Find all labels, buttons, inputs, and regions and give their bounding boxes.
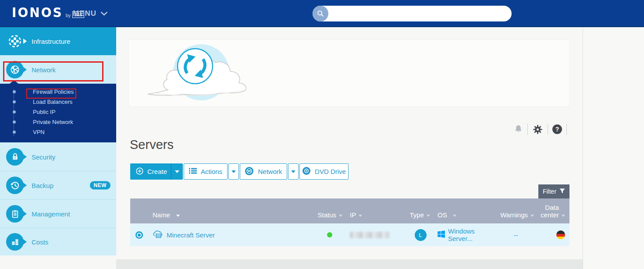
submenu-item-label: Firewall Policies [33, 88, 74, 95]
ip-redacted-blur [350, 232, 389, 238]
sidebar-item-backup[interactable]: Backup NEW [0, 171, 116, 199]
submenu-item-label: VPN [33, 129, 45, 135]
sort-caret-icon [562, 215, 565, 217]
column-label: OS [438, 211, 447, 219]
settings-gear-icon[interactable] [532, 124, 543, 135]
sidebar-item-security[interactable]: Security [0, 142, 116, 171]
network-icon [6, 61, 24, 78]
footer-strip [116, 259, 583, 269]
sort-caret-icon [427, 215, 430, 217]
filter-button[interactable]: Filter [538, 184, 569, 198]
dvd-disc-icon [302, 166, 311, 177]
column-label: IP [350, 211, 356, 219]
create-button[interactable]: Create [130, 163, 183, 180]
sidebar-item-network[interactable]: Network [0, 55, 116, 84]
logo-by-text: by [66, 13, 71, 18]
create-button-label: Create [147, 168, 167, 175]
bullet-icon [13, 120, 16, 124]
table-row-minecraft-server[interactable]: Minecraft Server L Windows Server... -- [130, 223, 569, 246]
windows-logo-icon [438, 230, 445, 239]
status-online-dot [327, 232, 332, 237]
submenu-notch [10, 80, 18, 84]
network-button-label: Network [258, 168, 282, 175]
submenu-item-label: Public IP [33, 109, 55, 115]
coins-icon [6, 233, 24, 251]
server-name-link[interactable]: Minecraft Server [167, 231, 215, 239]
search-bar[interactable] [313, 6, 512, 21]
right-gutter [583, 27, 644, 269]
submenu-item-public-ip[interactable]: Public IP [0, 107, 116, 117]
submenu-item-vpn[interactable]: VPN [0, 127, 116, 137]
header-cell-ip[interactable]: IP [343, 211, 409, 223]
caret-down-icon [291, 170, 295, 173]
bullet-icon [13, 131, 16, 134]
column-label: Status [317, 211, 336, 219]
submenu-item-firewall-policies[interactable]: Firewall Policies [0, 87, 116, 97]
submenu-item-load-balancers[interactable]: Load Balancers [0, 97, 116, 107]
header-cell-warnings[interactable]: Warnings [498, 211, 536, 223]
icon-separator [548, 124, 548, 135]
column-label: Data center [538, 204, 559, 219]
column-label: Type [409, 211, 424, 219]
search-icon[interactable] [313, 6, 328, 21]
help-icon[interactable]: ? [552, 124, 562, 134]
new-badge: NEW [90, 181, 111, 190]
page-title: Servers [130, 138, 174, 152]
germany-flag-icon [556, 230, 565, 239]
network-globe-icon [245, 166, 254, 177]
header-cell-type[interactable]: Type [409, 211, 432, 223]
header-icon-row: ? [514, 123, 571, 136]
sidebar: Infrastructure Network Firewall Policies… [0, 27, 116, 255]
header-cell-status[interactable]: Status [317, 211, 343, 223]
header-cell-os[interactable]: OS [432, 211, 498, 223]
actions-button-label: Actions [201, 168, 222, 175]
sort-caret-icon [530, 215, 534, 217]
sort-caret-icon [359, 215, 362, 217]
cloud-server-icon [153, 230, 163, 240]
search-input[interactable] [328, 10, 512, 18]
dvd-drive-button[interactable]: DVD Drive [299, 163, 349, 180]
sidebar-item-infrastructure[interactable]: Infrastructure [0, 27, 116, 55]
sidebar-item-label: Network [32, 66, 56, 73]
notifications-bell-icon[interactable] [514, 124, 523, 134]
menu-label: MENU [73, 9, 96, 18]
filter-button-label: Filter [543, 188, 556, 195]
menu-button[interactable]: MENU [73, 0, 108, 27]
os-label: Windows Server... [448, 227, 498, 242]
create-dropdown-toggle[interactable] [171, 163, 183, 180]
clipboard-icon [6, 205, 24, 223]
header-cell-name[interactable]: Name [148, 211, 317, 223]
sidebar-item-label: Management [32, 210, 70, 218]
table-header: Name Status IP Type OS Warnings Data cen… [130, 198, 569, 223]
submenu-item-label: Load Balancers [33, 99, 72, 105]
sidebar-item-label: Costs [32, 238, 48, 246]
sidebar-item-management[interactable]: Management [0, 199, 116, 228]
list-icon [189, 168, 197, 175]
icon-separator [566, 124, 567, 135]
network-dropdown-toggle[interactable] [288, 163, 299, 180]
sidebar-item-label: Infrastructure [32, 38, 70, 45]
lock-icon [6, 148, 24, 166]
actions-dropdown-toggle[interactable] [228, 163, 239, 180]
bullet-icon [13, 90, 16, 93]
cloud-sync-illustration [140, 43, 263, 105]
caret-down-icon [175, 170, 179, 173]
row-radio-selected[interactable] [135, 231, 143, 239]
icon-separator [527, 124, 528, 135]
bullet-icon [13, 100, 16, 103]
header-cell-datacenter[interactable]: Data center [536, 204, 569, 223]
sort-caret-icon [339, 215, 342, 217]
infrastructure-icon [6, 32, 24, 50]
sidebar-item-label: Security [32, 153, 55, 160]
plus-circle-icon [136, 167, 143, 176]
funnel-icon [559, 188, 565, 195]
actions-button[interactable]: Actions [184, 163, 228, 180]
column-label: Name [153, 211, 170, 219]
submenu-item-private-network[interactable]: Private Network [0, 117, 116, 127]
sidebar-item-costs[interactable]: Costs [0, 228, 116, 255]
server-size-badge: L [415, 229, 427, 241]
bullet-icon [13, 110, 16, 113]
network-submenu: Firewall Policies Load Balancers Public … [0, 84, 116, 142]
cloud-banner-card [128, 39, 570, 107]
network-button[interactable]: Network [240, 163, 287, 180]
